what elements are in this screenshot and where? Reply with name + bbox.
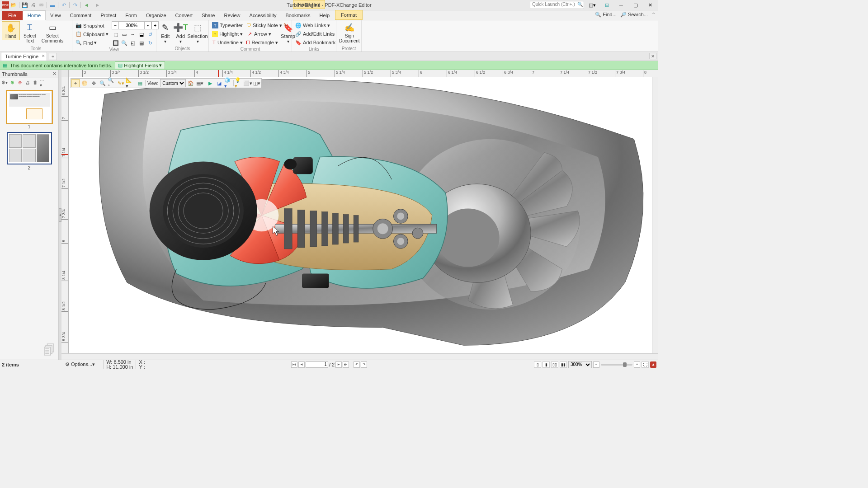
find-mini-button[interactable]: 🔍Find ▾ xyxy=(74,39,110,47)
close-thumbnails-icon[interactable]: ✕ xyxy=(52,71,57,77)
tab-accessibility[interactable]: Accessibility xyxy=(245,11,281,20)
forward-icon[interactable]: ► xyxy=(94,1,101,9)
redo-icon[interactable]: ↷ xyxy=(71,1,79,9)
zoom-status-select[interactable]: 300% xyxy=(568,361,592,368)
thumbnail-page-2[interactable]: 2 xyxy=(7,132,52,170)
close-tab-icon[interactable]: ✕ xyxy=(42,54,45,58)
select-comments-button[interactable]: ▭Select Comments xyxy=(40,21,65,44)
tab-form[interactable]: Form xyxy=(121,11,142,20)
play-icon[interactable]: ▶ xyxy=(206,79,214,87)
pan-zoom-icon[interactable]: ◱ xyxy=(129,39,137,47)
select-text-button[interactable]: ᏆSelect Text xyxy=(21,21,39,44)
view-select[interactable]: Custom xyxy=(160,79,186,87)
fit-width-icon[interactable]: ↔ xyxy=(129,30,137,38)
arrow-button[interactable]: ↗Arrow▾ xyxy=(245,30,279,38)
undo-icon[interactable]: ↶ xyxy=(60,1,67,9)
turbine-engine-3d-model[interactable] xyxy=(69,77,652,353)
page-input[interactable] xyxy=(306,361,328,368)
clipboard-button[interactable]: 📋Clipboard ▾ xyxy=(74,30,110,38)
collapse-ribbon-icon[interactable]: ⌃ xyxy=(651,12,656,18)
vertical-ruler[interactable]: 6 3/477 1/47 1/27 3/488 1/48 1/28 3/4 xyxy=(61,77,69,353)
thumb-print-icon[interactable]: 🖨 xyxy=(24,80,31,86)
loupe-icon[interactable]: 🔍 xyxy=(120,39,128,47)
two-continuous-icon[interactable]: ▮▮ xyxy=(560,361,567,368)
sign-document-button[interactable]: ✍Sign Document xyxy=(338,21,361,44)
measure-icon[interactable]: 📐▾ xyxy=(126,79,134,87)
page-thumbs-icon[interactable]: ▤ xyxy=(137,39,146,47)
walk-icon[interactable]: 🔍⁺ xyxy=(108,79,116,87)
fit-visible-icon[interactable]: ⬓ xyxy=(137,30,146,38)
search-button[interactable]: 🔎 Search... xyxy=(620,12,648,18)
print-icon[interactable]: 🖨 xyxy=(29,1,37,9)
zoom-input[interactable] xyxy=(119,21,144,29)
last-page-button[interactable]: ⏭ xyxy=(343,361,349,368)
tab-review[interactable]: Review xyxy=(219,11,245,20)
tab-file[interactable]: File xyxy=(2,11,23,20)
add-bookmark-button[interactable]: 🔖Add Bookmark xyxy=(294,38,337,47)
fit-page-icon[interactable]: ▭ xyxy=(120,30,128,38)
thumb-props-icon[interactable]: ⋯▾ xyxy=(40,80,46,86)
continuous-icon[interactable]: ▮ xyxy=(542,361,550,368)
model-tree-icon[interactable]: ▦ xyxy=(136,79,144,87)
maximize-button[interactable]: ▢ xyxy=(629,1,642,9)
snapshot-button[interactable]: 📷Snapshot xyxy=(74,22,110,30)
tab-comment[interactable]: Comment xyxy=(66,11,96,20)
cross-section-icon[interactable]: ◫▾ xyxy=(253,79,261,87)
rectangle-button[interactable]: Rectangle▾ xyxy=(245,38,279,47)
highlight-fields-button[interactable]: ▨Highlight Fields ▾ xyxy=(115,61,165,69)
thumb-reduce-icon[interactable]: ⊖ xyxy=(17,80,23,86)
document-tab[interactable]: Turbine Engine✕ xyxy=(1,52,47,61)
zoom-out-status-button[interactable]: − xyxy=(593,361,599,368)
page-view[interactable]: ⌖ 🌕 ✥ 🔍 🔍⁺ ✎▾ 📐▾ ▦ View: Custom 🏠 ▤▾ ▶ xyxy=(69,77,652,353)
edit-button[interactable]: ✎Edit▾ xyxy=(158,21,173,45)
single-page-icon[interactable]: ▯ xyxy=(534,361,541,368)
status-options-button[interactable]: ⚙ Options...▾ xyxy=(65,361,95,367)
close-button[interactable]: ✕ xyxy=(644,1,656,9)
thumb-options-icon[interactable]: ⚙▾ xyxy=(1,80,8,86)
marquee-zoom-icon[interactable]: ✎▾ xyxy=(117,79,125,87)
underline-button[interactable]: TUnderline▾ xyxy=(211,38,244,47)
home-view-icon[interactable]: ⌖ xyxy=(71,79,80,87)
rotate-ccw-icon[interactable]: ↺ xyxy=(146,30,154,38)
actual-size-icon[interactable]: ⬚ xyxy=(112,30,120,38)
tab-convert[interactable]: Convert xyxy=(171,11,198,20)
tab-home[interactable]: Home xyxy=(23,10,46,20)
prev-page-button[interactable]: ◄ xyxy=(298,361,305,368)
bg-color-icon[interactable]: ⬜▾ xyxy=(244,79,252,87)
email-icon[interactable]: ✉ xyxy=(38,1,45,9)
views-menu-icon[interactable]: ▤▾ xyxy=(196,79,204,87)
tab-organize[interactable]: Organize xyxy=(142,11,171,20)
sticky-note-button[interactable]: 🗨Sticky Note▾ xyxy=(245,21,279,29)
zoom-dropdown-button[interactable]: ▼ xyxy=(144,21,151,29)
selection-button[interactable]: ⬚Selection▾ xyxy=(189,21,207,45)
tab-bookmarks[interactable]: Bookmarks xyxy=(281,11,315,20)
projection-icon[interactable]: ◪ xyxy=(215,79,223,87)
find-button[interactable]: 🔍 Find... xyxy=(595,12,617,18)
prev-view-button[interactable]: ↶ xyxy=(354,361,360,368)
zoom-3d-icon[interactable]: 🔍 xyxy=(99,79,107,87)
pan-icon[interactable]: ✥ xyxy=(90,79,98,87)
zoom-marquee-icon[interactable]: 🔲 xyxy=(112,39,120,47)
thumb-enlarge-icon[interactable]: ⊕ xyxy=(9,80,15,86)
tab-help[interactable]: Help xyxy=(315,11,335,20)
lighting-icon[interactable]: 💡▾ xyxy=(235,79,243,87)
tab-format[interactable]: Format xyxy=(335,10,363,20)
horizontal-ruler[interactable]: 33 1/43 1/23 3/444 1/44 1/24 3/455 1/45 … xyxy=(69,70,658,77)
open-icon[interactable]: 📂 xyxy=(10,1,17,9)
default-view-icon[interactable]: 🏠 xyxy=(187,79,195,87)
zoom-slider[interactable] xyxy=(601,364,632,366)
add-edit-links-button[interactable]: 🔗Add/Edit Links xyxy=(294,30,337,38)
rotate-cw-icon[interactable]: ↻ xyxy=(146,39,154,47)
pdf-badge-icon[interactable]: ▲ xyxy=(650,361,656,368)
zoom-out-button[interactable]: − xyxy=(112,21,119,29)
thumbnails-list[interactable]: ▬▬▬ ▬▬▬▬ ▬▬▬ ▬▬▬▬▬ ▬▬ ▬▬▬▬ ▬▬▬ ▬▬▬▬ 1 xyxy=(0,87,58,360)
ui-options-icon[interactable]: ◫▾ xyxy=(586,1,599,9)
scan-icon[interactable]: ▬ xyxy=(49,1,56,9)
first-page-button[interactable]: ⏮ xyxy=(291,361,297,368)
thumb-delete-icon[interactable]: 🗑 xyxy=(32,80,38,86)
thumbnail-page-1[interactable]: ▬▬▬ ▬▬▬▬ ▬▬▬ ▬▬▬▬▬ ▬▬ ▬▬▬▬ ▬▬▬ ▬▬▬▬ 1 xyxy=(7,91,52,129)
rotate-icon[interactable]: 🌕 xyxy=(80,79,89,87)
launch-icon[interactable]: ⊞ xyxy=(600,1,613,9)
web-links-button[interactable]: 🌐Web Links ▾ xyxy=(294,21,337,29)
fullscreen-icon[interactable]: ⛶ xyxy=(642,361,649,368)
